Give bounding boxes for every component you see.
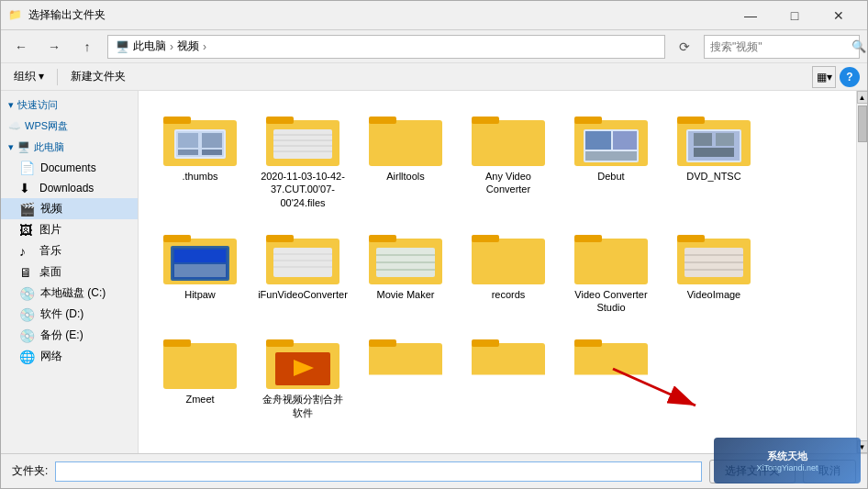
organize-button[interactable]: 组织 ▾ — [8, 66, 50, 88]
folder-zmeet-label: Zmeet — [185, 393, 214, 406]
sidebar-item-documents[interactable]: 📄 Documents — [1, 158, 138, 178]
maximize-button[interactable]: □ — [773, 1, 816, 30]
svg-rect-18 — [472, 117, 499, 124]
back-button[interactable]: ← — [8, 34, 34, 60]
address-sep2: › — [203, 40, 206, 53]
close-button[interactable]: ✕ — [818, 1, 860, 30]
svg-rect-16 — [369, 117, 396, 124]
folder-cut-files-icon — [266, 111, 339, 170]
svg-rect-31 — [694, 148, 734, 157]
toolbar-divider — [57, 69, 58, 85]
svg-rect-37 — [174, 264, 226, 277]
svg-rect-53 — [574, 235, 602, 242]
address-sep1: › — [170, 40, 173, 53]
svg-rect-10 — [273, 129, 332, 159]
folder-airlltools-label: Airlltools — [386, 170, 425, 183]
address-bar[interactable]: 🖥️ 此电脑 › 视频 › — [107, 35, 665, 59]
sidebar-quick-access[interactable]: ▾ 快速访问 — [1, 94, 138, 116]
quick-access-chevron: ▾ — [8, 99, 14, 111]
window-controls: — □ ✕ — [729, 1, 860, 30]
title-bar: 📁 选择输出文件夹 — □ ✕ — [1, 1, 867, 30]
folder-any-video[interactable]: Any Video Converter — [458, 102, 559, 218]
pictures-icon: 🖼 — [19, 223, 34, 238]
folder-input[interactable] — [55, 461, 702, 482]
folder-thumbs-label: .thumbs — [182, 170, 217, 183]
folder-zmeet[interactable]: Zmeet — [150, 325, 250, 428]
svg-rect-26 — [677, 117, 705, 124]
svg-rect-15 — [369, 120, 442, 166]
folder-label: 文件夹: — [12, 463, 48, 479]
folder-records[interactable]: records — [458, 220, 559, 324]
folder-extra3[interactable] — [561, 325, 662, 428]
search-icon-button[interactable]: 🔍 — [851, 39, 866, 53]
sidebar-item-disk-d[interactable]: 💿 软件 (D:) — [1, 304, 138, 325]
network-icon: 🌐 — [19, 350, 35, 364]
svg-rect-30 — [716, 133, 734, 146]
svg-rect-68 — [472, 343, 545, 389]
svg-rect-23 — [613, 131, 637, 150]
svg-rect-4 — [178, 133, 198, 148]
folder-extra1[interactable] — [355, 325, 456, 428]
folder-extra2[interactable] — [458, 325, 559, 428]
desktop-label: 桌面 — [39, 264, 61, 280]
wps-label: WPS网盘 — [25, 119, 68, 133]
sidebar-item-disk-c[interactable]: 💿 本地磁盘 (C:) — [1, 283, 138, 304]
sidebar-item-disk-e[interactable]: 💿 备份 (E:) — [1, 325, 138, 346]
window-title: 选择输出文件夹 — [28, 7, 729, 23]
sidebar-item-desktop[interactable]: 🖥 桌面 — [1, 261, 138, 283]
sidebar-item-videos[interactable]: 🎬 视频 — [1, 198, 138, 219]
search-bar[interactable]: 🔍 — [704, 35, 860, 59]
disk-e-label: 备份 (E:) — [40, 328, 83, 343]
downloads-label: Downloads — [39, 182, 94, 194]
sidebar-item-downloads[interactable]: ⬇ Downloads — [1, 178, 138, 198]
up-button[interactable]: ↑ — [74, 34, 100, 60]
folder-hitpaw[interactable]: Hitpaw — [150, 220, 250, 324]
search-input[interactable] — [710, 40, 848, 53]
scrollbar-thumb[interactable] — [858, 106, 867, 142]
disk-d-label: 软件 (D:) — [40, 306, 83, 322]
svg-rect-63 — [266, 339, 294, 347]
folder-videoimage[interactable]: VideoImage — [663, 220, 764, 324]
folder-airlltools[interactable]: Airlltools — [355, 102, 456, 218]
folder-thumbs[interactable]: .thumbs — [150, 102, 250, 218]
svg-rect-7 — [202, 150, 222, 155]
folder-jinshu[interactable]: 金舟视频分割合并软件 — [252, 325, 353, 428]
folder-debut[interactable]: Debut — [561, 102, 662, 218]
new-folder-button[interactable]: 新建文件夹 — [65, 66, 131, 88]
folder-zmeet-icon — [163, 334, 237, 393]
refresh-button[interactable]: ⟳ — [673, 35, 696, 59]
sidebar-item-network[interactable]: 🌐 网络 — [1, 346, 138, 367]
svg-rect-24 — [585, 151, 637, 161]
folder-extra3-icon — [574, 334, 648, 393]
folder-videoimage-label: VideoImage — [687, 288, 741, 301]
scrollbar-up-button[interactable]: ▲ — [857, 91, 868, 104]
svg-rect-39 — [266, 235, 294, 242]
folder-movie-maker[interactable]: Movie Maker — [355, 220, 456, 324]
sidebar-item-music[interactable]: ♪ 音乐 — [1, 240, 138, 261]
pc-label: 此电脑 — [34, 140, 64, 154]
forward-button[interactable]: → — [41, 34, 67, 60]
folder-ifun[interactable]: iFunVideoConverter — [252, 220, 353, 324]
svg-rect-1 — [163, 117, 191, 124]
minimize-button[interactable]: — — [729, 1, 772, 30]
help-button[interactable]: ? — [840, 67, 860, 87]
svg-rect-20 — [574, 117, 602, 124]
view-mode-button[interactable]: ▦ ▾ — [812, 66, 836, 88]
folder-extra1-icon — [369, 334, 442, 393]
address-path: 此电脑 › 视频 › — [133, 39, 206, 54]
sidebar-item-pictures[interactable]: 🖼 图片 — [1, 219, 138, 240]
folder-extra2-icon — [472, 334, 545, 393]
svg-rect-36 — [174, 250, 226, 262]
svg-rect-52 — [574, 239, 648, 284]
videos-icon: 🎬 — [19, 202, 35, 217]
svg-rect-55 — [677, 235, 705, 242]
folder-grid: .thumbs 2020-11-03-10-42-37.CUT.00'07-00… — [146, 98, 849, 432]
folder-cut-files[interactable]: 2020-11-03-10-42-37.CUT.00'07-00'24.file… — [252, 102, 353, 218]
sidebar-wps[interactable]: ☁️ WPS网盘 — [1, 116, 138, 137]
scrollbar[interactable]: ▲ ▼ — [856, 91, 867, 453]
folder-video-converter[interactable]: Video Converter Studio — [561, 220, 662, 324]
sidebar-this-pc[interactable]: ▾ 🖥️ 此电脑 — [1, 137, 138, 158]
secondary-toolbar: 组织 ▾ 新建文件夹 ▦ ▾ ? — [1, 63, 867, 91]
folder-ifun-label: iFunVideoConverter — [258, 288, 348, 301]
folder-dvd-ntsc[interactable]: DVD_NTSC — [663, 102, 764, 218]
